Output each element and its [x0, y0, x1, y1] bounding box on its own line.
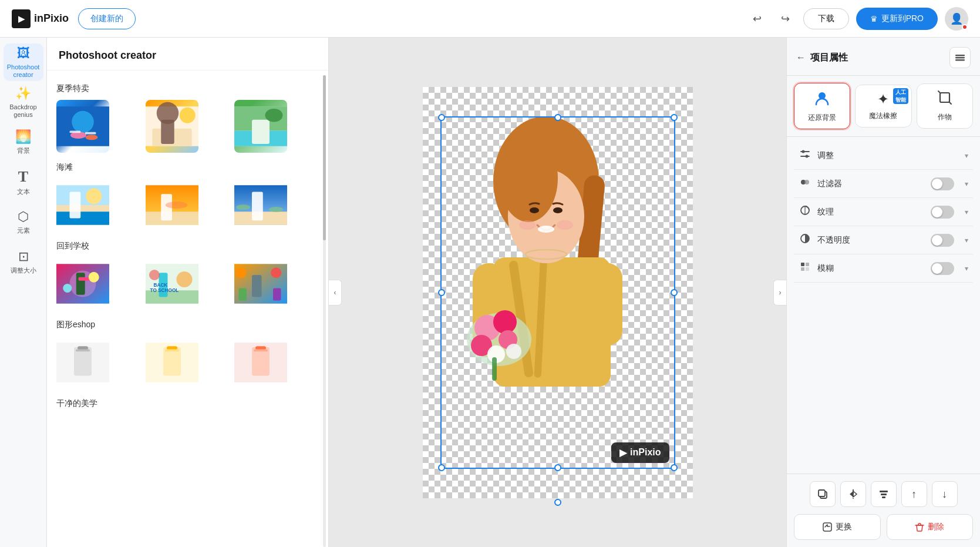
- upgrade-pro-button[interactable]: ♛ 更新到PRO: [856, 8, 938, 30]
- svg-rect-75: [593, 263, 622, 345]
- svg-point-7: [179, 108, 195, 123]
- sidebar-item-text[interactable]: T 文本: [4, 163, 43, 201]
- restore-bg-tool-card[interactable]: 还原背景: [794, 83, 850, 129]
- download-button[interactable]: 下载: [803, 8, 849, 29]
- svg-rect-101: [801, 267, 804, 271]
- main-area: 🖼 Photoshootcreator ✨ Backdropgenius 🌅 背…: [0, 38, 980, 547]
- back-arrow-icon[interactable]: ←: [796, 52, 806, 63]
- logo-text: inPixio: [34, 12, 69, 25]
- backdrop-icon: ✨: [15, 86, 31, 101]
- thumbnail-sch3[interactable]: [234, 257, 287, 310]
- move-down-button[interactable]: ↓: [932, 481, 958, 507]
- svg-rect-60: [254, 350, 268, 352]
- thumbnail-e3[interactable]: [234, 336, 287, 389]
- sidebar-item-label-backdrop: Backdropgenius: [9, 103, 36, 119]
- layers-button[interactable]: [949, 47, 971, 68]
- thumbnail-b3[interactable]: [234, 179, 287, 231]
- prop-filter[interactable]: 过滤器 ▾: [794, 170, 973, 198]
- thumbnail-ss2[interactable]: [146, 100, 198, 153]
- svg-rect-14: [252, 120, 270, 144]
- svg-point-28: [236, 204, 250, 210]
- collapse-panel-right-button[interactable]: ›: [773, 280, 786, 306]
- tools-sidebar: 🖼 Photoshootcreator ✨ Backdropgenius 🌅 背…: [0, 38, 47, 547]
- sidebar-item-backdrop-genius[interactable]: ✨ Backdropgenius: [4, 83, 43, 121]
- adjust-icon: [799, 149, 811, 162]
- svg-rect-32: [76, 273, 85, 295]
- summer-sale-grid: [56, 100, 319, 153]
- crop-tool-card[interactable]: 作物: [917, 83, 973, 129]
- svg-rect-59: [255, 346, 266, 350]
- beach-grid: [56, 179, 319, 231]
- thumbnail-b1[interactable]: [56, 179, 109, 231]
- filter-icon: [799, 177, 811, 190]
- right-panel-content: 调整 ▾ 过滤器 ▾: [787, 137, 980, 474]
- sidebar-item-photoshoot-creator[interactable]: 🖼 Photoshootcreator: [4, 43, 43, 81]
- thumbnail-ss1[interactable]: [56, 100, 109, 153]
- svg-point-34: [89, 272, 99, 283]
- tool-buttons-row: 还原背景 ✦ 魔法橡擦 人工智能: [787, 76, 980, 137]
- svg-rect-44: [252, 275, 262, 297]
- prop-adjust[interactable]: 调整 ▾: [794, 142, 973, 170]
- eshop-grid: [56, 336, 319, 389]
- prop-opacity-toggle[interactable]: [931, 234, 954, 247]
- svg-rect-108: [882, 496, 885, 498]
- crop-icon: [937, 90, 952, 109]
- svg-point-42: [149, 270, 160, 280]
- prop-opacity[interactable]: 不透明度 ▾: [794, 226, 973, 254]
- prop-blur[interactable]: 模糊 ▾: [794, 254, 973, 283]
- prop-opacity-chevron: ▾: [965, 236, 968, 244]
- photoshoot-panel: Photoshoot creator 夏季特卖: [47, 38, 329, 547]
- prop-texture-toggle[interactable]: [931, 206, 954, 219]
- flip-horizontal-button[interactable]: [840, 481, 866, 507]
- duplicate-button[interactable]: [810, 481, 836, 507]
- svg-point-95: [804, 180, 809, 184]
- svg-rect-86: [955, 57, 965, 59]
- svg-rect-27: [252, 192, 263, 221]
- svg-rect-99: [801, 263, 804, 266]
- notification-dot: [962, 24, 968, 30]
- elements-icon: ⬡: [18, 209, 29, 224]
- category-clean-aesthetics: 干净的美学: [56, 398, 319, 409]
- move-up-button[interactable]: ↑: [901, 481, 927, 507]
- svg-point-82: [506, 344, 521, 359]
- sidebar-item-label-photoshoot: Photoshootcreator: [7, 63, 40, 79]
- thumbnail-sch1[interactable]: [56, 257, 109, 310]
- svg-rect-87: [955, 59, 965, 61]
- replace-button[interactable]: 更换: [794, 514, 881, 540]
- layers-icon: [955, 52, 965, 63]
- undo-button[interactable]: ↩: [747, 8, 768, 29]
- sidebar-item-elements[interactable]: ⬡ 元素: [4, 203, 43, 241]
- svg-point-69: [530, 207, 539, 213]
- delete-btn-label: 删除: [928, 522, 944, 532]
- delete-button[interactable]: 删除: [887, 514, 974, 540]
- replace-icon: [823, 522, 832, 532]
- sidebar-item-resize[interactable]: ⊡ 调整大小: [4, 243, 43, 281]
- svg-point-70: [553, 207, 563, 213]
- bottom-buttons-row: 更换 删除: [794, 514, 973, 540]
- prop-filter-toggle[interactable]: [931, 177, 954, 190]
- background-icon: 🌅: [15, 129, 31, 145]
- svg-point-35: [63, 284, 72, 293]
- user-avatar-button[interactable]: 👤: [945, 7, 968, 31]
- svg-point-46: [271, 267, 282, 278]
- thumbnail-e2[interactable]: [146, 336, 198, 389]
- thumbnail-sch2[interactable]: BACK TO SCHOOL: [146, 257, 198, 310]
- opacity-icon: [799, 233, 811, 247]
- create-new-button[interactable]: 创建新的: [78, 8, 136, 29]
- app-header: ▶ inPixio 创建新的 ↩ ↪ 下载 ♛ 更新到PRO 👤: [0, 0, 980, 38]
- panel-scrollbar-thumb: [323, 75, 326, 240]
- svg-point-41: [176, 271, 192, 287]
- prop-blur-toggle[interactable]: [931, 262, 954, 275]
- replace-btn-label: 更换: [836, 522, 852, 532]
- sidebar-item-background[interactable]: 🌅 背景: [4, 123, 43, 161]
- handle-rotate[interactable]: [554, 499, 561, 506]
- redo-button[interactable]: ↪: [775, 8, 796, 29]
- thumbnail-e1[interactable]: [56, 336, 109, 389]
- magic-eraser-icon: ✦: [877, 91, 889, 108]
- prop-texture[interactable]: 纹理 ▾: [794, 198, 973, 226]
- collapse-panel-left-button[interactable]: ‹: [329, 280, 342, 306]
- thumbnail-ss3[interactable]: [234, 100, 287, 153]
- align-button[interactable]: [871, 481, 897, 507]
- thumbnail-b2[interactable]: [146, 179, 198, 231]
- sidebar-item-label-elements: 元素: [17, 227, 30, 234]
